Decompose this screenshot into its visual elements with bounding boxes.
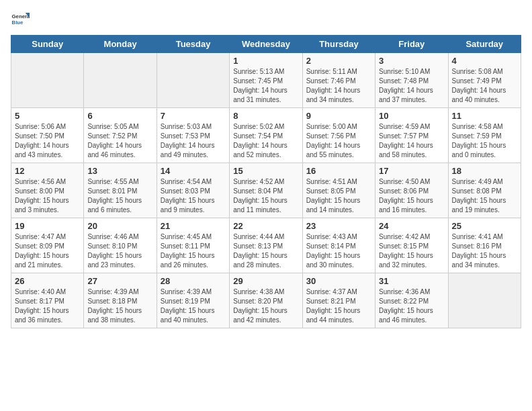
calendar-cell: 27Sunrise: 4:39 AMSunset: 8:18 PMDayligh…: [84, 273, 157, 328]
day-info: Sunrise: 4:42 AMSunset: 8:15 PMDaylight:…: [379, 232, 444, 270]
day-number: 24: [379, 221, 444, 231]
calendar-table: SundayMondayTuesdayWednesdayThursdayFrid…: [11, 35, 521, 328]
day-info: Sunrise: 4:38 AMSunset: 8:20 PMDaylight:…: [233, 287, 298, 325]
week-row-4: 19Sunrise: 4:47 AMSunset: 8:09 PMDayligh…: [11, 218, 521, 273]
logo-icon: General Blue: [11, 11, 30, 30]
calendar-cell: [11, 53, 84, 108]
day-number: 5: [15, 111, 80, 121]
calendar-cell: 22Sunrise: 4:44 AMSunset: 8:13 PMDayligh…: [230, 218, 302, 273]
day-info: Sunrise: 5:03 AMSunset: 7:53 PMDaylight:…: [161, 122, 226, 160]
day-info: Sunrise: 4:52 AMSunset: 8:04 PMDaylight:…: [233, 177, 298, 215]
day-info: Sunrise: 4:39 AMSunset: 8:19 PMDaylight:…: [161, 287, 226, 325]
calendar-cell: [448, 273, 521, 328]
day-info: Sunrise: 4:49 AMSunset: 8:08 PMDaylight:…: [452, 177, 517, 215]
week-row-1: 1Sunrise: 5:13 AMSunset: 7:45 PMDaylight…: [11, 53, 521, 108]
calendar-cell: 10Sunrise: 4:59 AMSunset: 7:57 PMDayligh…: [375, 108, 448, 163]
header-thursday: Thursday: [302, 36, 375, 53]
day-info: Sunrise: 5:02 AMSunset: 7:54 PMDaylight:…: [233, 122, 298, 160]
day-number: 8: [233, 111, 298, 121]
day-number: 13: [87, 166, 152, 176]
calendar-cell: 25Sunrise: 4:41 AMSunset: 8:16 PMDayligh…: [448, 218, 521, 273]
day-info: Sunrise: 5:10 AMSunset: 7:48 PMDaylight:…: [379, 67, 444, 105]
day-number: 9: [306, 111, 371, 121]
day-number: 14: [161, 166, 226, 176]
day-info: Sunrise: 4:46 AMSunset: 8:10 PMDaylight:…: [87, 232, 152, 270]
calendar-cell: 30Sunrise: 4:37 AMSunset: 8:21 PMDayligh…: [302, 273, 375, 328]
day-info: Sunrise: 4:47 AMSunset: 8:09 PMDaylight:…: [15, 232, 80, 270]
day-number: 28: [161, 276, 226, 286]
calendar-cell: 3Sunrise: 5:10 AMSunset: 7:48 PMDaylight…: [375, 53, 448, 108]
calendar-cell: 23Sunrise: 4:43 AMSunset: 8:14 PMDayligh…: [302, 218, 375, 273]
calendar-cell: 14Sunrise: 4:54 AMSunset: 8:03 PMDayligh…: [157, 163, 229, 218]
day-number: 25: [452, 221, 517, 231]
day-info: Sunrise: 4:54 AMSunset: 8:03 PMDaylight:…: [161, 177, 226, 215]
day-number: 29: [233, 276, 298, 286]
day-number: 12: [15, 166, 80, 176]
day-number: 7: [161, 111, 226, 121]
calendar-cell: 2Sunrise: 5:11 AMSunset: 7:46 PMDaylight…: [302, 53, 375, 108]
day-info: Sunrise: 5:11 AMSunset: 7:46 PMDaylight:…: [306, 67, 371, 105]
day-info: Sunrise: 4:39 AMSunset: 8:18 PMDaylight:…: [87, 287, 152, 325]
calendar-cell: [157, 53, 229, 108]
day-number: 1: [233, 56, 298, 66]
day-number: 22: [233, 221, 298, 231]
day-number: 3: [379, 56, 444, 66]
day-info: Sunrise: 4:40 AMSunset: 8:17 PMDaylight:…: [15, 287, 80, 325]
calendar-cell: 17Sunrise: 4:50 AMSunset: 8:06 PMDayligh…: [375, 163, 448, 218]
calendar-cell: 28Sunrise: 4:39 AMSunset: 8:19 PMDayligh…: [157, 273, 229, 328]
day-info: Sunrise: 4:56 AMSunset: 8:00 PMDaylight:…: [15, 177, 80, 215]
week-row-3: 12Sunrise: 4:56 AMSunset: 8:00 PMDayligh…: [11, 163, 521, 218]
calendar-cell: 26Sunrise: 4:40 AMSunset: 8:17 PMDayligh…: [11, 273, 84, 328]
day-info: Sunrise: 4:44 AMSunset: 8:13 PMDaylight:…: [233, 232, 298, 270]
calendar-cell: [84, 53, 157, 108]
day-info: Sunrise: 4:50 AMSunset: 8:06 PMDaylight:…: [379, 177, 444, 215]
header-saturday: Saturday: [448, 36, 521, 53]
calendar-cell: 20Sunrise: 4:46 AMSunset: 8:10 PMDayligh…: [84, 218, 157, 273]
calendar-cell: 12Sunrise: 4:56 AMSunset: 8:00 PMDayligh…: [11, 163, 84, 218]
day-number: 15: [233, 166, 298, 176]
header-row: SundayMondayTuesdayWednesdayThursdayFrid…: [11, 36, 521, 53]
header-tuesday: Tuesday: [157, 36, 229, 53]
calendar-cell: 15Sunrise: 4:52 AMSunset: 8:04 PMDayligh…: [230, 163, 302, 218]
calendar-cell: 31Sunrise: 4:36 AMSunset: 8:22 PMDayligh…: [375, 273, 448, 328]
calendar-cell: 19Sunrise: 4:47 AMSunset: 8:09 PMDayligh…: [11, 218, 84, 273]
calendar-cell: 21Sunrise: 4:45 AMSunset: 8:11 PMDayligh…: [157, 218, 229, 273]
day-number: 26: [15, 276, 80, 286]
day-info: Sunrise: 5:06 AMSunset: 7:50 PMDaylight:…: [15, 122, 80, 160]
header-monday: Monday: [84, 36, 157, 53]
day-number: 27: [87, 276, 152, 286]
calendar-cell: 6Sunrise: 5:05 AMSunset: 7:52 PMDaylight…: [84, 108, 157, 163]
day-info: Sunrise: 4:41 AMSunset: 8:16 PMDaylight:…: [452, 232, 517, 270]
day-info: Sunrise: 4:45 AMSunset: 8:11 PMDaylight:…: [161, 232, 226, 270]
day-info: Sunrise: 4:58 AMSunset: 7:59 PMDaylight:…: [452, 122, 517, 160]
day-number: 11: [452, 111, 517, 121]
day-number: 30: [306, 276, 371, 286]
day-number: 31: [379, 276, 444, 286]
calendar-cell: 1Sunrise: 5:13 AMSunset: 7:45 PMDaylight…: [230, 53, 302, 108]
day-number: 18: [452, 166, 517, 176]
logo: General Blue: [11, 11, 30, 30]
day-info: Sunrise: 5:05 AMSunset: 7:52 PMDaylight:…: [87, 122, 152, 160]
day-info: Sunrise: 4:55 AMSunset: 8:01 PMDaylight:…: [87, 177, 152, 215]
day-info: Sunrise: 5:00 AMSunset: 7:56 PMDaylight:…: [306, 122, 371, 160]
day-info: Sunrise: 4:43 AMSunset: 8:14 PMDaylight:…: [306, 232, 371, 270]
header-sunday: Sunday: [11, 36, 84, 53]
day-number: 17: [379, 166, 444, 176]
day-number: 2: [306, 56, 371, 66]
day-info: Sunrise: 4:59 AMSunset: 7:57 PMDaylight:…: [379, 122, 444, 160]
calendar-cell: 29Sunrise: 4:38 AMSunset: 8:20 PMDayligh…: [230, 273, 302, 328]
svg-text:Blue: Blue: [12, 19, 24, 26]
page-header: General Blue: [11, 11, 521, 30]
day-number: 10: [379, 111, 444, 121]
day-number: 20: [87, 221, 152, 231]
calendar-cell: 11Sunrise: 4:58 AMSunset: 7:59 PMDayligh…: [448, 108, 521, 163]
day-info: Sunrise: 5:13 AMSunset: 7:45 PMDaylight:…: [233, 67, 298, 105]
calendar-cell: 24Sunrise: 4:42 AMSunset: 8:15 PMDayligh…: [375, 218, 448, 273]
calendar-cell: 4Sunrise: 5:08 AMSunset: 7:49 PMDaylight…: [448, 53, 521, 108]
week-row-2: 5Sunrise: 5:06 AMSunset: 7:50 PMDaylight…: [11, 108, 521, 163]
day-number: 16: [306, 166, 371, 176]
calendar-cell: 16Sunrise: 4:51 AMSunset: 8:05 PMDayligh…: [302, 163, 375, 218]
day-number: 6: [87, 111, 152, 121]
header-friday: Friday: [375, 36, 448, 53]
calendar-cell: 13Sunrise: 4:55 AMSunset: 8:01 PMDayligh…: [84, 163, 157, 218]
